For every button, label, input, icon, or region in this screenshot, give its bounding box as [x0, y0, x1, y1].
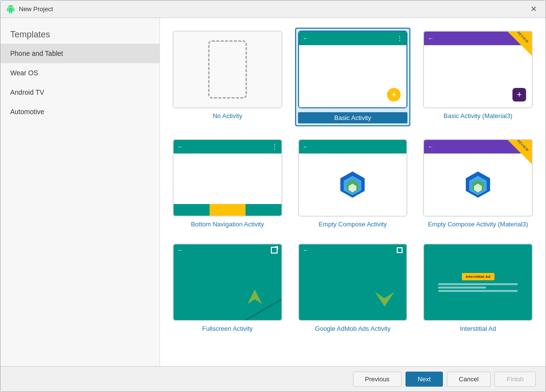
- admob-mockup: ←: [299, 244, 407, 320]
- sidebar-header: Templates: [0, 22, 159, 44]
- back-icon-m3: ←: [428, 35, 434, 42]
- menu-icon-bn: ⋮: [272, 143, 278, 150]
- template-card-fullscreen[interactable]: ←: [170, 240, 285, 335]
- back-icon-admob: ←: [303, 247, 309, 254]
- back-icon-ecm3: ←: [428, 143, 434, 150]
- green-arrow-icon: [243, 285, 267, 309]
- template-card-empty-compose-m3[interactable]: ← PREVI: [420, 136, 536, 231]
- ad-line-2: [438, 287, 486, 289]
- svg-marker-8: [247, 290, 262, 304]
- no-activity-phone-icon: [208, 40, 247, 99]
- interstitial-preview-wrapper: Interstitial Ad: [423, 243, 533, 321]
- basic-activity-m3-label: Basic Activity (Material3): [443, 112, 512, 119]
- template-card-bottom-nav[interactable]: ← ⋮ Bottom Navigation Activity: [170, 136, 285, 231]
- window-title: New Project: [19, 5, 53, 13]
- template-card-basic-activity-m3[interactable]: ← ⋮ + PREVIEW Basic Activity (Material3): [420, 28, 536, 126]
- main-content: Templates Phone and Tablet Wear OS Andro…: [0, 18, 546, 366]
- templates-grid: No Activity ← ⋮ +: [160, 18, 546, 366]
- empty-compose-preview: ←: [298, 139, 408, 217]
- compose-icon: [338, 170, 367, 199]
- sidebar-item-android-tv[interactable]: Android TV: [0, 83, 159, 102]
- title-bar: New Project ✕: [0, 0, 546, 18]
- title-bar-left: New Project: [6, 5, 53, 14]
- template-card-basic-activity[interactable]: ← ⋮ + Basic Activity: [295, 28, 411, 126]
- back-icon-ec: ←: [303, 143, 309, 150]
- basic-activity-toolbar: ← ⋮: [299, 32, 407, 45]
- empty-compose-label: Empty Compose Activity: [318, 221, 387, 228]
- ad-line-3: [438, 290, 518, 292]
- no-activity-preview: [173, 31, 282, 108]
- bottom-nav-toolbar: ← ⋮: [174, 140, 282, 153]
- basic-activity-preview: ← ⋮ +: [298, 31, 408, 108]
- ad-badge: Interstitial Ad: [462, 273, 494, 280]
- sidebar-item-automotive[interactable]: Automotive: [0, 102, 159, 121]
- sidebar-item-wear-os[interactable]: Wear OS: [0, 63, 159, 83]
- basic-activity-mockup: ← ⋮ +: [299, 32, 407, 107]
- fullscreen-icon-admob: [397, 247, 403, 253]
- sidebar-item-phone-tablet[interactable]: Phone and Tablet: [0, 44, 159, 63]
- empty-compose-m3-label: Empty Compose Activity (Material3): [428, 221, 528, 228]
- empty-compose-m3-preview: ← PREVI: [423, 139, 533, 217]
- fullscreen-label: Fullscreen Activity: [202, 325, 253, 332]
- footer: Previous Next Cancel Finish: [0, 366, 546, 392]
- ad-lines: [438, 283, 518, 292]
- interstitial-label: Interstitial Ad: [460, 325, 496, 332]
- back-icon-bn: ←: [177, 143, 183, 150]
- compose-m3-icon: [463, 170, 493, 199]
- basic-activity-body: +: [299, 45, 407, 107]
- fullscreen-toolbar: ←: [174, 244, 282, 256]
- bottom-nav-preview: ← ⋮: [173, 139, 282, 217]
- template-card-empty-compose[interactable]: ←: [295, 136, 411, 231]
- add-button-m3: +: [512, 88, 526, 102]
- fullscreen-preview-wrapper: ←: [173, 243, 282, 321]
- template-card-interstitial[interactable]: Interstitial Ad Interstitial Ad: [420, 240, 536, 335]
- menu-icon: ⋮: [397, 35, 403, 42]
- sidebar: Templates Phone and Tablet Wear OS Andro…: [0, 18, 160, 366]
- finish-button[interactable]: Finish: [494, 372, 536, 387]
- empty-compose-mockup: ←: [299, 140, 407, 216]
- fab-button: +: [387, 88, 401, 102]
- expand-icon: [271, 247, 278, 254]
- bottom-nav-label: Bottom Navigation Activity: [191, 221, 264, 228]
- basic-activity-m3-preview: ← ⋮ + PREVIEW: [423, 31, 533, 108]
- admob-arrow: [372, 285, 397, 310]
- new-project-window: New Project ✕ Templates Phone and Tablet…: [0, 0, 546, 392]
- ad-line-1: [438, 283, 518, 285]
- close-button[interactable]: ✕: [528, 4, 540, 14]
- arrow-indicator: [243, 285, 267, 310]
- back-icon: ←: [303, 35, 309, 42]
- template-card-admob[interactable]: ← Google AdMob Ads Activity: [295, 240, 411, 335]
- cancel-button[interactable]: Cancel: [447, 372, 491, 387]
- admob-label: Google AdMob Ads Activity: [315, 325, 390, 332]
- android-icon: [6, 5, 15, 14]
- admob-arrow-icon: [372, 285, 397, 309]
- next-button[interactable]: Next: [405, 372, 443, 387]
- no-activity-label: No Activity: [212, 112, 242, 119]
- basic-activity-label: Basic Activity: [298, 112, 408, 123]
- admob-toolbar: ←: [299, 244, 407, 256]
- admob-preview-wrapper: ←: [298, 243, 408, 321]
- bottom-nav-bar: [174, 204, 282, 216]
- template-card-no-activity[interactable]: No Activity: [170, 28, 285, 126]
- nav-item-1: [174, 204, 210, 216]
- expand-arrow: [275, 246, 278, 249]
- nav-item-2: [210, 204, 246, 216]
- svg-marker-9: [375, 292, 394, 307]
- previous-button[interactable]: Previous: [353, 372, 402, 387]
- bottom-nav-mockup: ← ⋮: [174, 140, 282, 216]
- empty-compose-toolbar: ←: [299, 140, 407, 153]
- empty-compose-body: [299, 153, 407, 216]
- interstitial-mockup: Interstitial Ad: [424, 244, 532, 320]
- back-icon-fs: ←: [177, 247, 183, 254]
- nav-item-3: [246, 204, 282, 216]
- content-area: No Activity ← ⋮ +: [160, 18, 546, 366]
- bottom-nav-body: [174, 153, 282, 204]
